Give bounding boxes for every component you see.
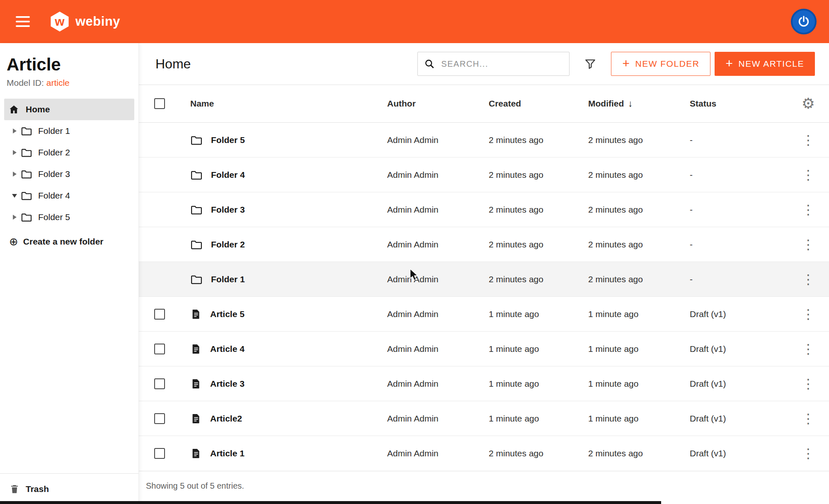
kebab-menu-icon[interactable]: ⋮: [797, 410, 819, 427]
row-checkbox[interactable]: [154, 448, 165, 459]
tree-item-folder-4[interactable]: Folder 4: [4, 185, 134, 206]
model-id-label: Model ID:: [7, 78, 44, 87]
table-row[interactable]: Article2 Admin Admin 1 minute ago 1 minu…: [139, 401, 829, 436]
tree-item-folder-1[interactable]: Folder 1: [4, 120, 134, 142]
table-row[interactable]: Article 4 Admin Admin 1 minute ago 1 min…: [139, 332, 829, 366]
row-created: 1 minute ago: [479, 344, 578, 354]
filter-button[interactable]: [582, 56, 599, 72]
row-created: 1 minute ago: [479, 379, 578, 389]
row-created: 2 minutes ago: [479, 205, 578, 215]
row-status: -: [680, 170, 788, 180]
column-header-name[interactable]: Name: [180, 99, 377, 109]
folder-icon: [190, 134, 203, 146]
row-name: Article 5: [210, 309, 245, 319]
kebab-menu-icon[interactable]: ⋮: [797, 271, 819, 288]
table-row[interactable]: Folder 2 Admin Admin 2 minutes ago 2 min…: [139, 227, 829, 262]
chevron-right-icon[interactable]: [8, 150, 21, 155]
row-status: Draft (v1): [680, 414, 788, 424]
kebab-menu-icon[interactable]: ⋮: [797, 201, 819, 218]
kebab-menu-icon[interactable]: ⋮: [797, 376, 819, 392]
tree-item-label: Folder 3: [38, 169, 70, 179]
row-modified: 2 minutes ago: [578, 240, 680, 250]
row-name: Article2: [210, 414, 242, 424]
row-status: -: [680, 205, 788, 215]
kebab-menu-icon[interactable]: ⋮: [797, 132, 819, 148]
kebab-menu-icon[interactable]: ⋮: [797, 167, 819, 183]
table-row[interactable]: Article 1 Admin Admin 2 minutes ago 2 mi…: [139, 436, 829, 471]
folder-icon: [190, 273, 203, 286]
row-status: Draft (v1): [680, 309, 788, 319]
row-modified: 2 minutes ago: [578, 448, 680, 458]
create-folder-button[interactable]: ⊕ Create a new folder: [0, 228, 138, 255]
search-box: [417, 52, 570, 76]
chevron-right-icon[interactable]: [8, 128, 21, 133]
kebab-menu-icon[interactable]: ⋮: [797, 236, 819, 253]
row-modified: 2 minutes ago: [578, 205, 680, 215]
row-checkbox[interactable]: [154, 413, 165, 424]
folder-icon: [190, 204, 203, 216]
table-row[interactable]: Folder 4 Admin Admin 2 minutes ago 2 min…: [139, 158, 829, 192]
topbar: w webiny: [0, 0, 829, 43]
tree-item-label: Folder 4: [38, 191, 70, 201]
column-header-status[interactable]: Status: [680, 99, 788, 109]
trash-button[interactable]: Trash: [0, 473, 138, 504]
row-created: 1 minute ago: [479, 414, 578, 424]
column-header-author[interactable]: Author: [377, 99, 479, 109]
table-settings-gear-icon[interactable]: ⚙: [802, 96, 815, 111]
row-checkbox[interactable]: [154, 344, 165, 354]
table-row[interactable]: Article 3 Admin Admin 1 minute ago 1 min…: [139, 366, 829, 401]
row-name: Folder 5: [211, 135, 245, 145]
tree-item-home[interactable]: Home: [4, 99, 134, 120]
row-modified: 1 minute ago: [578, 309, 680, 319]
row-author: Admin Admin: [377, 135, 479, 145]
column-header-created[interactable]: Created: [479, 99, 578, 109]
folder-icon: [21, 168, 37, 180]
folder-icon: [21, 125, 37, 137]
hamburger-menu-icon[interactable]: [12, 13, 33, 30]
row-created: 2 minutes ago: [479, 448, 578, 458]
content-area: Home + NEW FOLDER + NEW ARTICLE N: [139, 43, 829, 504]
select-all-checkbox[interactable]: [154, 98, 165, 109]
model-title: Article: [7, 55, 132, 75]
tree-item-label: Folder 5: [38, 212, 70, 222]
user-avatar-button[interactable]: [791, 9, 817, 34]
kebab-menu-icon[interactable]: ⋮: [797, 306, 819, 322]
folder-icon: [21, 190, 37, 201]
column-header-modified[interactable]: Modified ↓: [578, 98, 680, 109]
row-status: -: [680, 135, 788, 145]
table-body: Folder 5 Admin Admin 2 minutes ago 2 min…: [139, 123, 829, 471]
kebab-menu-icon[interactable]: ⋮: [797, 341, 819, 357]
search-input[interactable]: [440, 59, 563, 69]
row-author: Admin Admin: [377, 274, 479, 284]
create-folder-label: Create a new folder: [23, 237, 104, 247]
row-created: 2 minutes ago: [479, 135, 578, 145]
file-icon: [190, 308, 202, 320]
row-checkbox[interactable]: [154, 309, 165, 320]
breadcrumb-current-folder[interactable]: Home: [155, 56, 191, 72]
table-row[interactable]: Folder 5 Admin Admin 2 minutes ago 2 min…: [139, 123, 829, 158]
row-modified: 1 minute ago: [578, 379, 680, 389]
chevron-right-icon[interactable]: [8, 215, 21, 220]
row-checkbox[interactable]: [154, 378, 165, 389]
tree-item-folder-3[interactable]: Folder 3: [4, 163, 134, 185]
tree-item-folder-5[interactable]: Folder 5: [4, 206, 134, 228]
tree-item-folder-2[interactable]: Folder 2: [4, 142, 134, 163]
folder-tree: Home Folder 1 Folder 2: [0, 91, 138, 228]
file-icon: [190, 343, 202, 355]
table-row[interactable]: Folder 3 Admin Admin 2 minutes ago 2 min…: [139, 192, 829, 227]
row-created: 2 minutes ago: [479, 274, 578, 284]
chevron-down-icon[interactable]: [8, 194, 21, 198]
row-status: -: [680, 240, 788, 250]
chevron-right-icon[interactable]: [8, 172, 21, 177]
row-name: Folder 2: [211, 240, 245, 250]
webiny-logo[interactable]: w webiny: [50, 12, 120, 32]
folder-icon: [21, 211, 37, 223]
table-row[interactable]: Article 5 Admin Admin 1 minute ago 1 min…: [139, 297, 829, 332]
kebab-menu-icon[interactable]: ⋮: [797, 445, 819, 462]
new-article-button[interactable]: + NEW ARTICLE: [715, 52, 815, 76]
row-status: Draft (v1): [680, 344, 788, 354]
row-name: Folder 1: [211, 274, 245, 284]
row-created: 1 minute ago: [479, 309, 578, 319]
new-folder-button[interactable]: + NEW FOLDER: [611, 52, 710, 76]
table-row[interactable]: Folder 1 Admin Admin 2 minutes ago 2 min…: [139, 262, 829, 297]
